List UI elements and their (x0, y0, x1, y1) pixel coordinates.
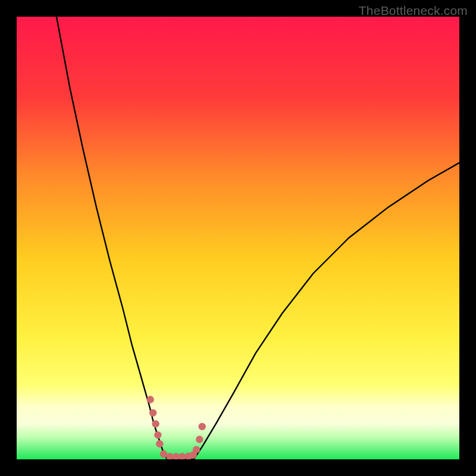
chart-layer (17, 17, 459, 459)
series-left-branch (57, 17, 167, 459)
plot-area (17, 17, 459, 459)
valley-dot (152, 420, 159, 427)
watermark-text: TheBottleneck.com (359, 4, 468, 18)
valley-dot (199, 423, 206, 430)
valley-dot (156, 440, 163, 447)
valley-dot (193, 446, 200, 453)
curve-lines (57, 17, 459, 459)
valley-dot (149, 409, 156, 416)
valley-dot (146, 396, 154, 403)
series-right-branch (194, 163, 459, 459)
valley-dot (154, 431, 161, 439)
outer-frame: TheBottleneck.com (0, 0, 476, 476)
valley-dot (196, 436, 203, 443)
